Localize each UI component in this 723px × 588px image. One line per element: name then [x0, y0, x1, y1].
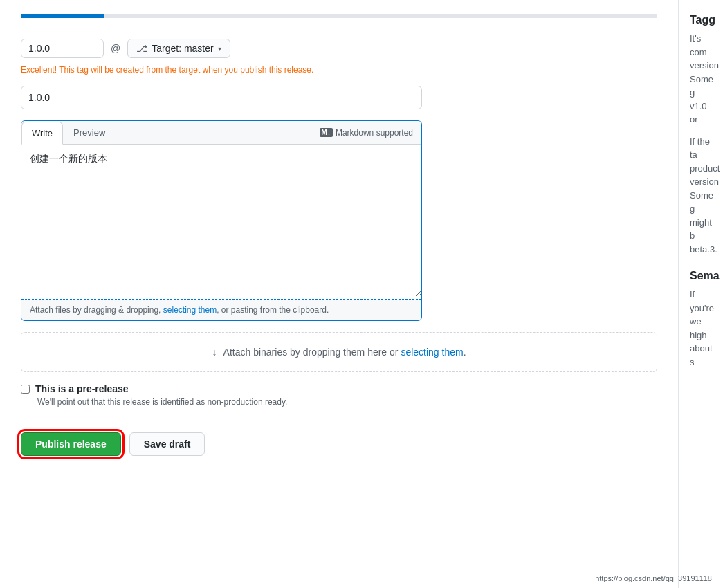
- release-title-input[interactable]: [21, 86, 422, 109]
- preview-tab[interactable]: Preview: [63, 121, 116, 144]
- attach-select-link[interactable]: selecting them: [163, 305, 217, 315]
- attach-text-before: Attach files by dragging & dropping,: [30, 305, 163, 315]
- markdown-icon: M↓: [320, 128, 333, 137]
- tag-hint: Excellent! This tag will be created from…: [21, 65, 657, 75]
- pre-release-checkbox[interactable]: [21, 385, 30, 394]
- editor-container: Write Preview M↓ Markdown supported 创建一个…: [21, 120, 422, 321]
- publish-release-button[interactable]: Publish release: [21, 432, 121, 456]
- binary-text-before: Attach binaries by dropping them here or: [223, 347, 401, 358]
- sidebar-tagging-section: Tagg It's com version Some g v1.0 or If …: [690, 14, 712, 256]
- binary-select-link[interactable]: selecting them: [401, 347, 463, 358]
- pre-release-label[interactable]: This is a pre-release: [35, 383, 129, 394]
- progress-fill: [21, 14, 104, 18]
- sidebar-semantic-section: Sema If you're we high about s: [690, 270, 712, 369]
- chevron-icon: ▾: [218, 45, 221, 53]
- tag-input[interactable]: [21, 39, 104, 58]
- progress-bar: [21, 14, 657, 18]
- branch-icon: ⎇: [136, 43, 147, 54]
- target-label: Target: master: [152, 43, 213, 54]
- at-symbol: @: [111, 43, 120, 54]
- write-tab[interactable]: Write: [21, 122, 63, 145]
- pre-release-description: We'll point out that this release is ide…: [37, 397, 657, 407]
- actions-row: Publish release Save draft: [21, 432, 657, 456]
- editor-tabs-header: Write Preview M↓ Markdown supported: [21, 121, 421, 145]
- binary-drop-area[interactable]: ↓ Attach binaries by dropping them here …: [21, 332, 657, 372]
- target-button[interactable]: ⎇ Target: master ▾: [127, 39, 230, 58]
- attach-files-bar: Attach files by dragging & dropping, sel…: [21, 299, 421, 320]
- markdown-label: Markdown supported: [336, 128, 413, 138]
- release-description-textarea[interactable]: 创建一个新的版本: [21, 145, 421, 297]
- attach-text-after: , or pasting from the clipboard.: [217, 305, 329, 315]
- sidebar-semantic-title: Sema: [690, 270, 712, 282]
- sidebar: Tagg It's com version Some g v1.0 or If …: [678, 0, 723, 588]
- pre-release-section: This is a pre-release We'll point out th…: [21, 383, 657, 407]
- binary-text-after: .: [464, 347, 466, 358]
- url-bar: https://blog.csdn.net/qq_39191118: [595, 574, 712, 582]
- tag-row: @ ⎇ Target: master ▾: [21, 39, 657, 58]
- markdown-supported: M↓ Markdown supported: [320, 128, 421, 138]
- save-draft-button[interactable]: Save draft: [129, 432, 205, 456]
- divider: [21, 421, 657, 421]
- drop-icon: ↓: [212, 347, 217, 358]
- sidebar-semantic-text: If you're we high about s: [690, 288, 712, 369]
- sidebar-tagging-text: It's com version Some g v1.0 or: [690, 32, 712, 127]
- sidebar-tagging-text-2: If the ta product version Some g might b…: [690, 135, 712, 257]
- pre-release-row: This is a pre-release: [21, 383, 657, 394]
- sidebar-tagging-title: Tagg: [690, 14, 712, 26]
